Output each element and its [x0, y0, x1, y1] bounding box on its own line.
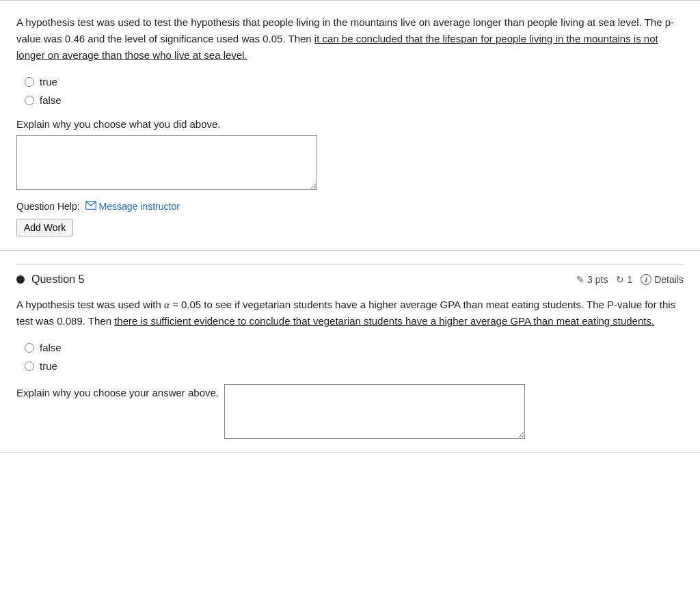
- q5-label-true: true: [40, 360, 57, 372]
- q5-details-meta[interactable]: i Details: [641, 274, 684, 285]
- q5-explain-textarea[interactable]: [224, 384, 525, 439]
- q4-question-help: Question Help: Message instructor: [16, 201, 684, 212]
- q4-explain-label: Explain why you choose what you did abov…: [16, 118, 684, 130]
- q5-radio-true[interactable]: [25, 362, 34, 371]
- question-5-block: Question 5 ✎ 3 pts ↻ 1 i Details A hypot…: [0, 251, 700, 453]
- q5-option-false[interactable]: false: [25, 342, 684, 353]
- q4-option-false[interactable]: false: [25, 94, 684, 106]
- q5-radio-group: false true: [16, 342, 684, 372]
- question-4-block: A hypothesis test was used to test the h…: [0, 0, 700, 251]
- message-instructor-label: Message instructor: [99, 201, 180, 212]
- q5-details-label: Details: [654, 274, 684, 285]
- q5-text-underlined: there is sufficient evidence to conclude…: [114, 315, 654, 327]
- question-5-meta: ✎ 3 pts ↻ 1 i Details: [576, 274, 684, 285]
- q5-label-false: false: [40, 342, 62, 353]
- page-container: A hypothesis test was used to test the h…: [0, 0, 700, 453]
- undo-icon: ↻: [616, 274, 624, 285]
- q4-label-true: true: [40, 76, 57, 87]
- q5-undo-count: 1: [627, 274, 632, 285]
- q5-radio-false[interactable]: [25, 343, 34, 353]
- q5-undo-meta: ↻ 1: [616, 274, 632, 285]
- envelope-icon: [85, 201, 96, 212]
- q4-radio-group: true false: [16, 76, 684, 106]
- q5-text-before: A hypothesis test was used with: [16, 299, 164, 310]
- q4-radio-false[interactable]: [25, 96, 34, 105]
- check-icon: ✎: [576, 274, 584, 285]
- question-5-title: Question 5: [31, 273, 84, 286]
- q5-explain-row: Explain why you choose your answer above…: [16, 384, 684, 439]
- q5-option-true[interactable]: true: [25, 360, 684, 372]
- q4-help-label: Question Help:: [16, 201, 80, 212]
- question-5-text: A hypothesis test was used with α = 0.05…: [16, 297, 684, 329]
- message-instructor-link[interactable]: Message instructor: [85, 201, 180, 212]
- add-work-button[interactable]: Add Work: [16, 219, 73, 236]
- q4-explain-textarea[interactable]: [16, 135, 317, 190]
- q4-option-true[interactable]: true: [25, 76, 684, 87]
- info-icon: i: [641, 274, 651, 285]
- q4-label-false: false: [40, 94, 62, 106]
- question-4-text: A hypothesis test was used to test the h…: [16, 14, 684, 64]
- q5-alpha: α: [164, 299, 170, 310]
- q5-pts-meta: ✎ 3 pts: [576, 274, 608, 285]
- question-5-bullet: [16, 275, 25, 284]
- question-5-header-left: Question 5: [16, 273, 84, 286]
- question-5-header: Question 5 ✎ 3 pts ↻ 1 i Details: [16, 264, 684, 286]
- q5-pts: 3 pts: [587, 274, 608, 285]
- q5-explain-label: Explain why you choose your answer above…: [16, 384, 219, 398]
- q4-radio-true[interactable]: [25, 77, 34, 87]
